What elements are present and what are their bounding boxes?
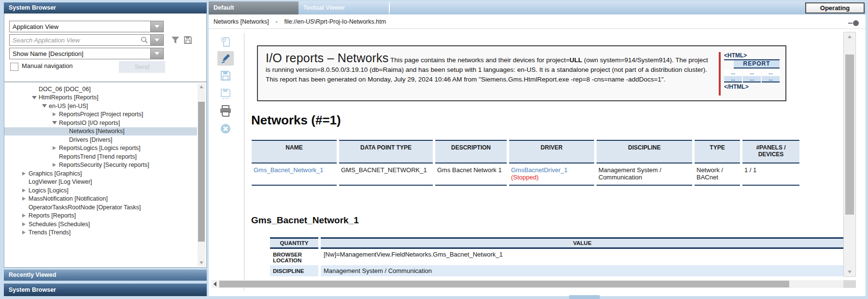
manual-navigation-label: Manual navigation (22, 62, 73, 69)
tree-expander-icon[interactable] (51, 121, 57, 124)
tree-item-networks[interactable]: Networks [Networks] (4, 127, 197, 136)
quantity-row-discipline: DISCIPLINE Management System / Communica… (270, 265, 844, 276)
col-quantity: QUANTITY (270, 237, 318, 249)
tree-item-en-us[interactable]: en-US [en-US] (4, 102, 197, 110)
scrollbar-corner (843, 280, 856, 288)
html-report-logo: <HTML> REPORT ......... ......... </HTML… (719, 52, 780, 95)
tree-item-label: Logics [Logics] (27, 187, 69, 194)
report-vertical-scrollbar[interactable] (843, 32, 856, 277)
tree-expander-icon[interactable] (51, 112, 57, 116)
tree-expander-icon[interactable] (51, 146, 57, 150)
tree-expander-icon[interactable] (31, 96, 37, 99)
tree-item-label: ReportsIO [I/O reports] (57, 120, 120, 126)
tab-textual-viewer[interactable]: Textual Viewer (299, 1, 389, 14)
filter-icon[interactable] (170, 34, 181, 46)
view-dropdown[interactable]: Application View (9, 21, 164, 32)
report-horizontal-scrollbar[interactable] (212, 280, 856, 288)
view-dropdown-value: Application View (10, 23, 150, 30)
window-grip[interactable] (569, 295, 600, 299)
horizontal-scrollbar-thumb[interactable] (219, 281, 789, 287)
new-report-icon[interactable] (217, 35, 234, 49)
tree-expander-icon[interactable] (51, 163, 57, 167)
network-section-heading: Gms_Bacnet_Network_1 (251, 215, 359, 226)
logo-report-label: REPORT (734, 60, 780, 68)
tree-item-htmlreports[interactable]: HtmlReports [Reports] (4, 94, 197, 102)
tree-item-label: Networks [Networks] (68, 128, 125, 135)
tree-item-logviewer[interactable]: LogViewer [Log Viewer] (4, 178, 197, 187)
col-type: TYPE (695, 140, 740, 163)
tree-item-massnotification[interactable]: MassNotification [Notification] (4, 195, 197, 204)
tree-item-graphics[interactable]: Graphics [Graphics] (4, 169, 197, 178)
tree-expander-icon[interactable] (21, 214, 27, 217)
tree-expander-icon[interactable] (21, 189, 27, 192)
tree-item-reportstrend[interactable]: ReportsTrend [Trend reports] (4, 152, 197, 161)
tab-default[interactable]: Default (209, 1, 299, 14)
cell-panels-devices: 1 / 1 (742, 163, 799, 186)
pin-icon[interactable] (848, 20, 859, 26)
tree-item-schedules[interactable]: Schedules [Schedules] (4, 220, 197, 229)
logo-html-close: </HTML> (724, 83, 780, 90)
cancel-icon[interactable] (217, 122, 234, 136)
cell-data-point-type: GMS_BACNET_NETWORK_1 (339, 163, 433, 186)
chevron-down-icon[interactable] (150, 21, 163, 32)
tree-expander-icon[interactable] (21, 222, 27, 226)
print-report-icon[interactable] (217, 104, 234, 118)
tree-item-trends[interactable]: Trends [Trends] (4, 229, 197, 237)
cell-type: Network / BACnet (695, 163, 740, 186)
tree-scrollbar[interactable] (198, 83, 205, 266)
chevron-down-icon[interactable] (150, 48, 163, 59)
search-input[interactable] (10, 36, 139, 44)
driver-link[interactable]: GmsBacnetDriver_1 (511, 166, 568, 174)
report-title: I/O reports – Networks (266, 51, 388, 65)
scroll-down-icon[interactable] (844, 269, 855, 275)
tree-expander-icon[interactable] (21, 231, 27, 234)
tree-item-reportsio[interactable]: ReportsIO [I/O reports] (4, 119, 197, 127)
scroll-up-icon[interactable] (198, 83, 205, 90)
search-field[interactable] (9, 34, 164, 46)
tab-bar: Default Textual Viewer (209, 1, 866, 14)
scroll-down-icon[interactable] (198, 259, 205, 266)
scroll-left-icon[interactable] (212, 280, 218, 288)
tree-item-label: Reports [Reports] (27, 212, 76, 219)
breadcrumb-bar: Networks [Networks] - file://en-US\Rprt-… (209, 14, 866, 29)
col-panels-devices: #PANELS / DEVICES (742, 140, 799, 163)
tree-item-doc_06[interactable]: DOC_06 [DOC_06] (4, 85, 197, 94)
search-options-chevron-icon[interactable] (150, 35, 163, 45)
recently-viewed-bar[interactable]: Recently Viewed (4, 270, 207, 281)
send-button[interactable]: Send (119, 61, 165, 73)
tree-item-label: MassNotification [Notification] (27, 195, 108, 202)
system-browser-bar[interactable]: System Browser (4, 284, 207, 296)
col-data-point-type: DATA POINT TYPE (339, 140, 433, 163)
save-report-icon[interactable] (217, 68, 234, 83)
scroll-up-icon[interactable] (844, 33, 855, 40)
tree-item-operatortasksrootnode[interactable]: OperatorTasksRootNode [Operator Tasks] (4, 203, 197, 212)
navigation-tree: DOC_06 [DOC_06]HtmlReports [Reports]en-U… (4, 82, 207, 268)
vertical-scrollbar-thumb[interactable] (845, 54, 854, 215)
col-discipline: DISCIPLINE (597, 140, 692, 163)
tree-item-reportssecurity[interactable]: ReportsSecurity [Security reports] (4, 161, 197, 170)
logo-dots-grid: ......... ......... (724, 70, 780, 82)
tree-expander-icon[interactable] (21, 172, 27, 176)
tree-expander-icon[interactable] (21, 197, 27, 201)
tree-item-reportslogics[interactable]: ReportsLogics [Logics reports] (4, 144, 197, 153)
search-icon[interactable] (139, 34, 150, 46)
tree-item-label: Graphics [Graphics] (27, 170, 82, 177)
quantity-value-table: QUANTITY VALUE BROWSER LOCATION [Nw]=Man… (268, 237, 846, 276)
tree-expander-icon[interactable] (41, 104, 47, 108)
save-as-report-icon[interactable] (217, 87, 234, 101)
tree-item-reportsproject[interactable]: ReportsProject [Project reports] (4, 110, 197, 119)
save-search-icon[interactable] (182, 34, 194, 46)
edit-report-icon[interactable] (217, 51, 234, 66)
display-mode-dropdown[interactable]: Show Name [Description] (9, 48, 164, 59)
driver-status: (Stopped) (511, 174, 592, 181)
breadcrumb-path: file://en-US\Rprt-Proj-Io-Networks.htm (285, 18, 386, 25)
manual-navigation-checkbox[interactable] (10, 63, 18, 71)
tree-item-drivers[interactable]: Drivers [Drivers] (4, 136, 197, 144)
col-name: NAME (252, 140, 337, 163)
tree-scrollbar-thumb[interactable] (198, 102, 205, 242)
tree-item-label: en-US [en-US] (47, 103, 88, 109)
operating-mode-button[interactable]: Operating (805, 2, 865, 14)
network-link[interactable]: Gms_Bacnet_Network_1 (254, 166, 324, 174)
tree-item-logics[interactable]: Logics [Logics] (4, 186, 197, 195)
tree-item-reports[interactable]: Reports [Reports] (4, 212, 197, 220)
